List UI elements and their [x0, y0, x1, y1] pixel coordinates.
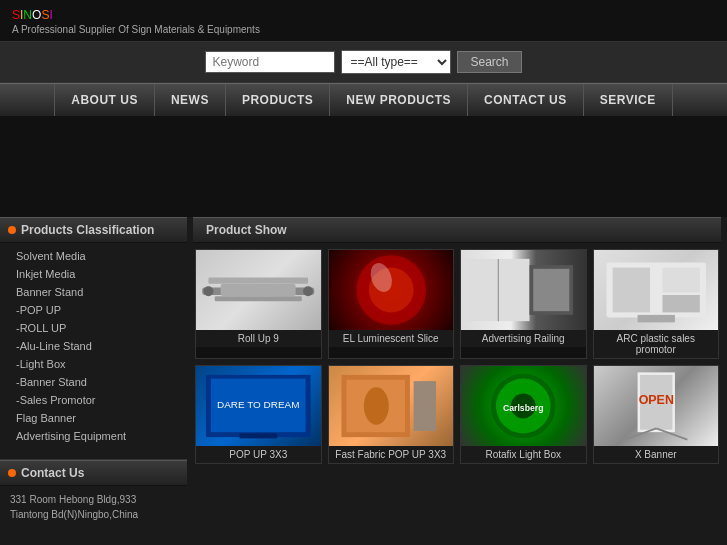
svg-text:DARE TO DREAM: DARE TO DREAM: [217, 399, 300, 410]
product-label-rollup9: Roll Up 9: [196, 330, 321, 347]
svg-rect-15: [662, 295, 699, 312]
product-label-adv-rail: Advertising Railing: [461, 330, 586, 347]
sidebar-item-roll-up[interactable]: -ROLL UP: [0, 319, 187, 337]
product-label-popup: POP UP 3X3: [196, 446, 321, 463]
product-img-el: [329, 250, 454, 330]
product-img-rotafix: Carlsberg: [461, 366, 586, 446]
svg-rect-16: [637, 315, 674, 322]
logo[interactable]: SINOSI: [12, 8, 715, 22]
sidebar: Products Classification Solvent Media In…: [0, 217, 187, 538]
logo-letter-o: O: [32, 8, 41, 22]
search-button[interactable]: Search: [457, 51, 521, 73]
product-area: Product Show Roll Up 9: [187, 217, 727, 538]
sidebar-item-adv-equipment[interactable]: Advertising Equipment: [0, 427, 187, 445]
sidebar-item-pop-up[interactable]: -POP UP: [0, 301, 187, 319]
hero-banner: [0, 117, 727, 217]
svg-rect-20: [240, 433, 277, 438]
product-show-header: Product Show: [193, 217, 721, 243]
product-grid: Roll Up 9 EL Luminescent Slice: [193, 249, 721, 464]
product-label-el: EL Luminescent Slice: [329, 330, 454, 347]
product-card-popup[interactable]: DARE TO DREAM POP UP 3X3: [195, 365, 322, 464]
contact-title: Contact Us: [21, 466, 84, 480]
sidebar-item-inkjet-media[interactable]: Inkjet Media: [0, 265, 187, 283]
product-label-rotafix: Rotafix Light Box: [461, 446, 586, 463]
svg-rect-2: [215, 296, 302, 301]
product-img-xbanner: OPEN: [594, 366, 719, 446]
logo-letter-i2: I: [49, 8, 52, 22]
product-label-fabric: Fast Fabric POP UP 3X3: [329, 446, 454, 463]
contact-header: Contact Us: [0, 460, 187, 486]
type-select[interactable]: ==All type==ProductsNews: [341, 50, 451, 74]
sidebar-item-solvent-media[interactable]: Solvent Media: [0, 247, 187, 265]
search-input[interactable]: [205, 51, 335, 73]
sidebar-links: Solvent Media Inkjet Media Banner Stand …: [0, 243, 187, 449]
product-label-xbanner: X Banner: [594, 446, 719, 463]
product-card-el[interactable]: EL Luminescent Slice: [328, 249, 455, 359]
nav-item-products[interactable]: PRODUCTS: [226, 84, 330, 116]
nav-item-new-products[interactable]: NEW PRODUCTS: [330, 84, 468, 116]
main-content: Products Classification Solvent Media In…: [0, 217, 727, 538]
classification-header: Products Classification: [0, 217, 187, 243]
sidebar-item-banner-stand2[interactable]: -Banner Stand: [0, 373, 187, 391]
product-img-popup: DARE TO DREAM: [196, 366, 321, 446]
nav-item-news[interactable]: NEWS: [155, 84, 226, 116]
tagline: A Professional Supplier Of Sign Material…: [12, 24, 715, 35]
nav: ABOUT US NEWS PRODUCTS NEW PRODUCTS CONT…: [0, 83, 727, 117]
product-img-fabric: [329, 366, 454, 446]
svg-point-4: [303, 286, 313, 296]
nav-item-contact[interactable]: CONTACT US: [468, 84, 584, 116]
product-card-rollup9[interactable]: Roll Up 9: [195, 249, 322, 359]
nav-item-service[interactable]: SERVICE: [584, 84, 673, 116]
sidebar-item-banner-stand[interactable]: Banner Stand: [0, 283, 187, 301]
contact-box: Contact Us 331 Room Hebong Bldg,933 Tian…: [0, 459, 187, 528]
svg-point-23: [363, 387, 388, 424]
product-card-arc[interactable]: ARC plastic sales promotor: [593, 249, 720, 359]
svg-rect-0: [202, 288, 314, 295]
classification-title: Products Classification: [21, 223, 154, 237]
svg-rect-13: [612, 268, 649, 313]
product-card-rotafix[interactable]: Carlsberg Rotafix Light Box: [460, 365, 587, 464]
svg-rect-10: [533, 269, 569, 311]
product-img-arc: [594, 250, 719, 330]
svg-rect-1: [208, 278, 308, 284]
sidebar-item-sales-promotor[interactable]: -Sales Promotor: [0, 391, 187, 409]
contact-dot: [8, 469, 16, 477]
svg-text:OPEN: OPEN: [638, 393, 673, 407]
logo-letter-s: S: [12, 8, 20, 22]
classification-dot: [8, 226, 16, 234]
search-bar: ==All type==ProductsNews Search: [0, 41, 727, 83]
logo-letter-n: N: [23, 8, 32, 22]
contact-text: 331 Room Hebong Bldg,933 Tiantong Bd(N)N…: [0, 486, 187, 528]
svg-text:Carlsberg: Carlsberg: [503, 403, 544, 413]
product-card-fabric[interactable]: Fast Fabric POP UP 3X3: [328, 365, 455, 464]
svg-rect-24: [413, 381, 435, 431]
product-label-arc: ARC plastic sales promotor: [594, 330, 719, 358]
product-img-adv-rail: [461, 250, 586, 330]
product-card-adv-rail[interactable]: Advertising Railing: [460, 249, 587, 359]
nav-item-about[interactable]: ABOUT US: [54, 84, 155, 116]
sidebar-item-flag-banner[interactable]: Flag Banner: [0, 409, 187, 427]
sidebar-item-alu-line[interactable]: -Alu-Line Stand: [0, 337, 187, 355]
sidebar-item-light-box[interactable]: -Light Box: [0, 355, 187, 373]
svg-rect-14: [662, 268, 699, 293]
header: SINOSI A Professional Supplier Of Sign M…: [0, 0, 727, 41]
product-img-rollup9: [196, 250, 321, 330]
product-show-title: Product Show: [206, 223, 287, 237]
svg-point-3: [203, 286, 213, 296]
product-card-xbanner[interactable]: OPEN X Banner: [593, 365, 720, 464]
